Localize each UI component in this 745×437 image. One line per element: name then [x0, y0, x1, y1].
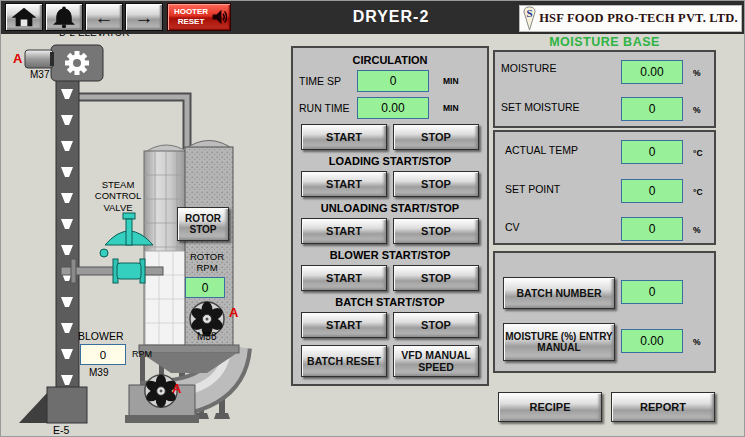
moisture-base-heading: MOISTURE BASE — [493, 35, 716, 49]
loading-stop-button[interactable]: STOP — [393, 171, 479, 197]
circulation-stop-button[interactable]: STOP — [393, 124, 479, 150]
set-moisture-unit: % — [693, 105, 701, 115]
blower-section-title: BLOWER START/STOP — [299, 249, 481, 261]
set-moisture-input[interactable]: 0 — [621, 97, 683, 121]
temperature-panel: ACTUAL TEMP 0 °C SET POINT 0 °C CV 0 % — [493, 130, 716, 245]
unloading-stop-button[interactable]: STOP — [393, 218, 479, 244]
steam-valve-label: STEAM CONTROL VALVE — [87, 179, 149, 213]
batch-stop-button[interactable]: STOP — [393, 312, 479, 338]
cv-unit: % — [693, 225, 701, 235]
moisture-panel: MOISTURE 0.00 % SET MOISTURE 0 % — [493, 50, 716, 128]
run-time-unit: MIN — [443, 103, 459, 113]
unloading-start-button[interactable]: START — [301, 218, 387, 244]
svg-text:S: S — [527, 7, 533, 19]
alarm-button[interactable] — [45, 3, 83, 31]
set-point-unit: °C — [693, 187, 703, 197]
run-time-display: 0.00 — [357, 97, 429, 119]
company-logo: S HSF FOOD PRO-TECH PVT. LTD. — [519, 5, 742, 32]
speaker-icon — [211, 8, 227, 26]
loading-section-title: LOADING START/STOP — [299, 155, 481, 167]
company-shield-icon: S — [523, 6, 536, 31]
moisture-label: MOISTURE — [501, 62, 556, 74]
dryer-hmi-screen: ← → HOOTER RESET DRYER-2 S HSF FOOD PRO-… — [0, 0, 745, 437]
moisture-entry-unit: % — [693, 337, 701, 347]
circulation-start-button[interactable]: START — [301, 124, 387, 150]
cv-label: CV — [505, 221, 520, 233]
elevator-column — [56, 63, 79, 393]
back-button[interactable]: ← — [85, 3, 123, 31]
hooter-reset-button[interactable]: HOOTER RESET — [167, 3, 231, 31]
set-point-label: SET POINT — [505, 183, 560, 195]
report-button[interactable]: REPORT — [611, 392, 715, 422]
blower-rpm-display: 0 — [80, 344, 126, 365]
home-button[interactable] — [5, 3, 43, 31]
elevator-boot-label: E-5 — [53, 424, 69, 436]
time-sp-input[interactable]: 0 — [357, 70, 429, 92]
time-sp-unit: MIN — [443, 76, 459, 86]
set-moisture-label: SET MOISTURE — [501, 101, 580, 113]
m38-label: M38 — [197, 331, 216, 342]
m37-label: M37 — [30, 69, 49, 80]
circulation-panel: CIRCULATION TIME SP 0 MIN RUN TIME 0.00 … — [291, 46, 489, 386]
unloading-section-title: UNLOADING START/STOP — [299, 202, 481, 214]
cv-display: 0 — [621, 217, 683, 241]
rotor-stop-button[interactable]: ROTOR STOP — [177, 207, 229, 241]
blower-stop-button[interactable]: STOP — [393, 265, 479, 291]
back-arrow-icon: ← — [95, 8, 114, 27]
moisture-entry-display[interactable]: 0.00 — [621, 329, 683, 353]
loading-start-button[interactable]: START — [301, 171, 387, 197]
gear-icon — [65, 51, 89, 75]
batch-reset-button[interactable]: BATCH RESET — [301, 345, 387, 377]
actual-temp-label: ACTUAL TEMP — [505, 144, 578, 156]
set-point-input[interactable]: 0 — [621, 179, 683, 203]
run-time-row: RUN TIME 0.00 MIN — [299, 96, 481, 120]
recipe-button[interactable]: RECIPE — [498, 392, 602, 422]
moisture-entry-manual-button[interactable]: MOISTURE (%) ENTRY MANUAL — [503, 323, 615, 361]
silo-left-tower — [144, 145, 189, 347]
forward-arrow-icon: → — [135, 8, 154, 27]
m39-label: M39 — [89, 367, 108, 378]
forward-button[interactable]: → — [125, 3, 163, 31]
page-title: DRYER-2 — [261, 8, 521, 26]
hooter-reset-label: HOOTER RESET — [171, 7, 211, 26]
bell-icon — [50, 4, 78, 30]
company-name: HSF FOOD PRO-TECH PVT. LTD. — [539, 11, 738, 26]
batch-start-button[interactable]: START — [301, 312, 387, 338]
actual-temp-display: 0 — [621, 140, 683, 164]
blower-rpm-unit: RPM — [132, 349, 152, 359]
batch-section-title: BATCH START/STOP — [299, 296, 481, 308]
time-sp-row: TIME SP 0 MIN — [299, 69, 481, 93]
actual-temp-unit: °C — [693, 148, 703, 158]
elevator-motor-m37 — [25, 50, 54, 68]
rotor-rpm-label: ROTOR RPM — [185, 251, 229, 274]
dryer-machinery-graphic — [1, 1, 291, 437]
alarm-a-m38: A — [229, 305, 238, 320]
home-icon — [9, 5, 39, 29]
alarm-a-m39: A — [172, 381, 181, 396]
blower-start-button[interactable]: START — [301, 265, 387, 291]
run-time-label: RUN TIME — [299, 102, 357, 114]
rotor-rpm-display: 0 — [185, 277, 225, 298]
vfd-manual-speed-button[interactable]: VFD MANUAL SPEED — [393, 345, 479, 377]
moisture-display: 0.00 — [621, 60, 683, 84]
blower-label: BLOWER — [78, 330, 124, 342]
time-sp-label: TIME SP — [299, 75, 357, 87]
batch-number-button[interactable]: BATCH NUMBER — [503, 277, 615, 309]
moisture-unit: % — [693, 68, 701, 78]
alarm-a-m37: A — [13, 51, 22, 66]
batch-number-display: 0 — [621, 280, 683, 304]
batch-panel: BATCH NUMBER 0 MOISTURE (%) ENTRY MANUAL… — [493, 251, 716, 373]
circulation-title: CIRCULATION — [299, 54, 481, 66]
